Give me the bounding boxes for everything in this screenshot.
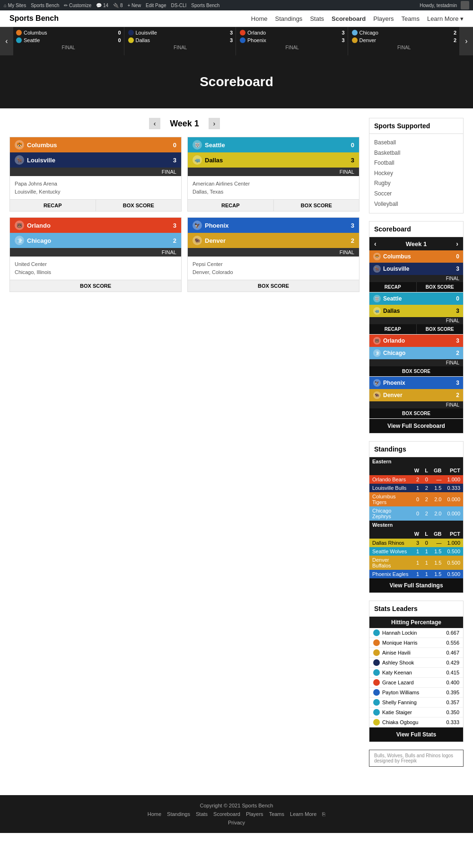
sb-game-1-recap-button[interactable]: RECAP — [369, 282, 417, 292]
ticker-game-4-home-row: Denver 2 — [352, 36, 457, 44]
sb-game-4-boxscore-button[interactable]: BOX SCORE — [369, 408, 463, 418]
standings-seattle-w: 1 — [412, 547, 422, 556]
sb-game-1-home-icon: 🐂 — [373, 265, 381, 273]
sb-game-2-boxscore-button[interactable]: BOX SCORE — [417, 324, 464, 334]
game-2-boxscore-button[interactable]: BOX SCORE — [274, 200, 359, 211]
nav-scoreboard[interactable]: Scoreboard — [332, 15, 366, 22]
game-2-home-icon: 🦏 — [193, 155, 202, 165]
admin-customize[interactable]: ✏ Customize — [64, 3, 91, 8]
stats-player-2-value: 0.556 — [446, 640, 459, 646]
nav-learn-more[interactable]: Learn More ▾ — [427, 15, 464, 22]
stats-player-8-left: Shelly Fanning — [373, 699, 417, 706]
footer-link-standings[interactable]: Standings — [167, 811, 190, 817]
sb-game-3-boxscore-button[interactable]: BOX SCORE — [369, 366, 463, 376]
admin-edit-page[interactable]: Edit Page — [146, 3, 166, 8]
footer-link-stats[interactable]: Stats — [196, 811, 208, 817]
page-title: Scoreboard — [200, 74, 273, 89]
standings-th-w: W — [412, 466, 422, 475]
ticker-game-3-away-score: 3 — [342, 30, 344, 35]
stats-player-4-name: Ashley Shook — [382, 660, 414, 665]
admin-plugins[interactable]: 🔌 8 — [113, 3, 123, 8]
ticker-next-arrow[interactable]: › — [460, 27, 473, 55]
sb-game-2-away-score: 0 — [456, 295, 459, 302]
sb-game-1-home-left: 🐂 Louisville — [373, 265, 409, 273]
nav-home[interactable]: Home — [251, 15, 268, 22]
sb-game-3: 🐻 Orlando 3 💨 Chicago 2 FINAL BOX SCORE — [369, 335, 463, 377]
sb-game-4-away: 🦅 Phoenix 3 — [369, 377, 463, 389]
admin-sports-bench[interactable]: Sports Bench — [31, 3, 59, 8]
standings-columbus-name: Columbus Tigers — [369, 492, 412, 506]
sb-game-1-boxscore-button[interactable]: BOX SCORE — [417, 282, 464, 292]
sidebar: Sports Supported Baseball Basketball Foo… — [369, 118, 464, 771]
stats-row-8: Shelly Fanning 0.357 — [369, 698, 463, 708]
nav-stats[interactable]: Stats — [310, 15, 324, 22]
game-2-recap-button[interactable]: RECAP — [188, 200, 274, 211]
standings-chicago-pct: 0.000 — [444, 506, 463, 521]
admin-comments[interactable]: 💬 14 — [96, 3, 108, 8]
game-card-2: 🐺 Seattle 0 🦏 Dallas 3 FINAL American Ai… — [187, 137, 359, 212]
game-4-boxscore-button[interactable]: BOX SCORE — [188, 280, 359, 292]
admin-new[interactable]: + New — [127, 3, 141, 8]
sb-game-4-home-score: 2 — [456, 392, 459, 399]
stats-row-3: Ainise Havili 0.467 — [369, 648, 463, 658]
stats-player-7-value: 0.395 — [446, 690, 459, 695]
nav-standings[interactable]: Standings — [275, 15, 303, 22]
footer-link-scoreboard[interactable]: Scoreboard — [213, 811, 240, 817]
week-prev-button[interactable]: ‹ — [149, 118, 160, 129]
chicago-dot — [352, 30, 358, 35]
game-1-away-icon: 🐯 — [15, 140, 24, 150]
sb-game-4-home-name: Denver — [383, 392, 403, 399]
game-4-home-row: 🦬 Denver 2 — [188, 233, 359, 248]
ticker-game-3-away-row: Orlando 3 — [240, 29, 345, 36]
game-4-home-name: Denver — [205, 237, 226, 244]
ticker-game-4-away-team: Chicago — [352, 30, 378, 35]
footer-link-learn-more[interactable]: Learn More — [290, 811, 316, 817]
view-full-scoreboard-button[interactable]: View Full Scoreboard — [369, 419, 463, 433]
view-full-standings-button[interactable]: View Full Standings — [369, 578, 463, 593]
footer-link-teams[interactable]: Teams — [269, 811, 284, 817]
admin-sports-bench2[interactable]: Sports Bench — [191, 3, 219, 8]
standings-th-pct: PCT — [444, 466, 463, 475]
game-3-home-left: 💨 Chicago — [15, 236, 51, 245]
admin-ds-cli[interactable]: DS-CLI — [171, 3, 186, 8]
standings-dallas-w: 3 — [412, 539, 422, 547]
game-3-home-row: 💨 Chicago 2 — [10, 233, 181, 248]
nav-players[interactable]: Players — [373, 15, 394, 22]
footer-link-players[interactable]: Players — [246, 811, 263, 817]
week-next-button[interactable]: › — [209, 118, 220, 129]
sb-game-1-away: 🐯 Columbus 0 — [369, 250, 463, 263]
sb-game-2-recap-button[interactable]: RECAP — [369, 324, 417, 334]
standings-th-w2: W — [412, 529, 422, 539]
ticker-prev-arrow[interactable]: ‹ — [0, 27, 13, 55]
stats-player-2-icon — [373, 639, 380, 646]
sb-prev-arrow[interactable]: ‹ — [374, 240, 377, 248]
footer-link-home[interactable]: Home — [148, 811, 161, 817]
sb-game-4-away-name: Phoenix — [383, 380, 405, 386]
ticker-game-3-status: FINAL — [240, 44, 345, 50]
game-1-recap-button[interactable]: RECAP — [10, 200, 96, 211]
stats-player-9-value: 0.350 — [446, 709, 459, 715]
footer-privacy-link[interactable]: Privacy — [228, 820, 245, 825]
standings-chicago-w: 0 — [412, 506, 422, 521]
ticker-game-1-away-name: Columbus — [24, 30, 47, 35]
sb-game-3-home-icon: 💨 — [373, 349, 381, 357]
stats-player-9-left: Katie Staiger — [373, 709, 412, 716]
main-content: ‹ Week 1 › 🐯 Columbus 0 🐂 Louisville — [0, 108, 473, 781]
stats-player-2-left: Monique Harris — [373, 639, 418, 646]
stats-leaders-title: Stats Leaders — [369, 601, 463, 617]
sb-game-2-home-name: Dallas — [383, 308, 400, 314]
admin-my-sites[interactable]: ⌂ My Sites — [4, 3, 26, 8]
stats-player-1-icon — [373, 629, 380, 636]
standings-phoenix-pct: 0.500 — [444, 570, 463, 578]
sb-next-arrow[interactable]: › — [456, 240, 458, 248]
ticker-game-4-away-row: Chicago 2 — [352, 29, 457, 36]
stats-player-9-icon — [373, 709, 380, 716]
ticker-game-1-home-name: Seattle — [24, 37, 40, 43]
view-full-stats-button[interactable]: View Full Stats — [369, 727, 463, 742]
game-1-boxscore-button[interactable]: BOX SCORE — [96, 200, 182, 211]
ticker-game-4-away-score: 2 — [454, 30, 456, 35]
game-4-away-icon: 🦅 — [193, 221, 202, 230]
sb-game-3-away-score: 3 — [456, 337, 459, 344]
game-3-boxscore-button[interactable]: BOX SCORE — [10, 280, 181, 292]
nav-teams[interactable]: Teams — [402, 15, 420, 22]
